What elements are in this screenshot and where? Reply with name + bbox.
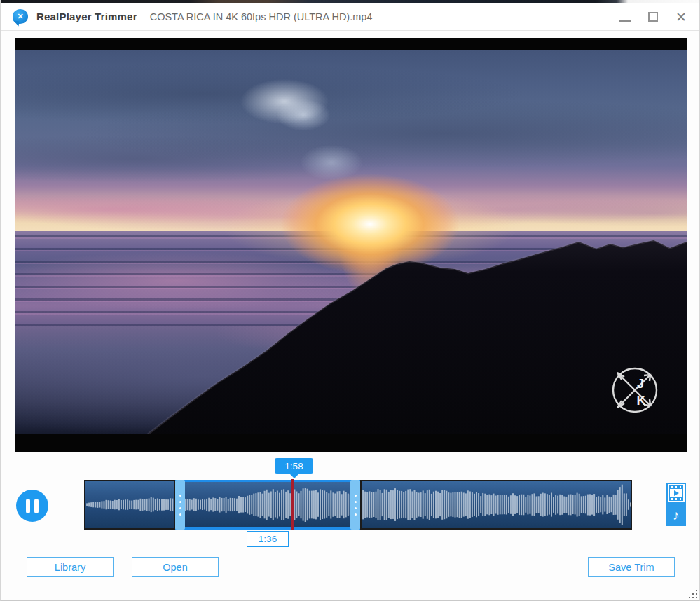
trim-start-time-label: 1:36 (247, 531, 289, 547)
video-mode-button[interactable] (666, 483, 686, 504)
letterbox-bottom (15, 434, 687, 452)
close-button[interactable]: ✕ (667, 3, 695, 31)
minimize-icon (619, 20, 631, 22)
trim-start-time: 1:36 (259, 534, 277, 544)
video-preview[interactable]: J K (15, 38, 687, 452)
pause-button[interactable] (16, 490, 48, 522)
maximize-icon (648, 12, 658, 22)
music-note-icon: ♪ (673, 508, 680, 523)
playhead-marker[interactable] (291, 479, 294, 530)
open-file-name: COSTA RICA IN 4K 60fps HDR (ULTRA HD).mp… (150, 11, 373, 22)
save-trim-button-label: Save Trim (608, 562, 654, 573)
playhead-time-tooltip: 1:58 (275, 458, 313, 474)
realplayer-logo-icon: ✕ (13, 9, 28, 24)
maximize-button[interactable] (639, 3, 667, 31)
trim-end-handle[interactable] (350, 480, 360, 530)
pause-icon (26, 499, 30, 513)
playhead-time: 1:58 (284, 461, 303, 471)
app-title: RealPlayer Trimmer (36, 11, 137, 22)
output-mode-buttons: ♪ (666, 483, 686, 526)
close-icon: ✕ (675, 11, 687, 24)
open-button[interactable]: Open (132, 557, 219, 577)
library-button-label: Library (55, 562, 85, 573)
waveform-timeline[interactable] (84, 480, 632, 530)
play-triangle-icon (674, 490, 679, 496)
resize-grip[interactable] (687, 588, 697, 598)
video-filmstrip-icon (669, 485, 683, 501)
logo-glyph: ✕ (17, 13, 23, 20)
library-button[interactable]: Library (27, 557, 114, 577)
trim-start-handle[interactable] (175, 480, 185, 530)
open-button-label: Open (163, 562, 187, 573)
pause-icon (34, 499, 39, 513)
minimize-button[interactable] (611, 3, 639, 31)
letterbox-top (15, 38, 687, 50)
trim-selection-region[interactable] (175, 480, 360, 530)
titlebar[interactable]: ✕ RealPlayer Trimmer COSTA RICA IN 4K 60… (1, 3, 699, 31)
save-trim-button[interactable]: Save Trim (588, 557, 675, 577)
rock-silhouette (15, 38, 687, 452)
realplayer-trimmer-window: ✕ RealPlayer Trimmer COSTA RICA IN 4K 60… (0, 0, 700, 601)
audio-mode-button[interactable]: ♪ (666, 504, 686, 526)
window-controls: ✕ (611, 3, 695, 31)
